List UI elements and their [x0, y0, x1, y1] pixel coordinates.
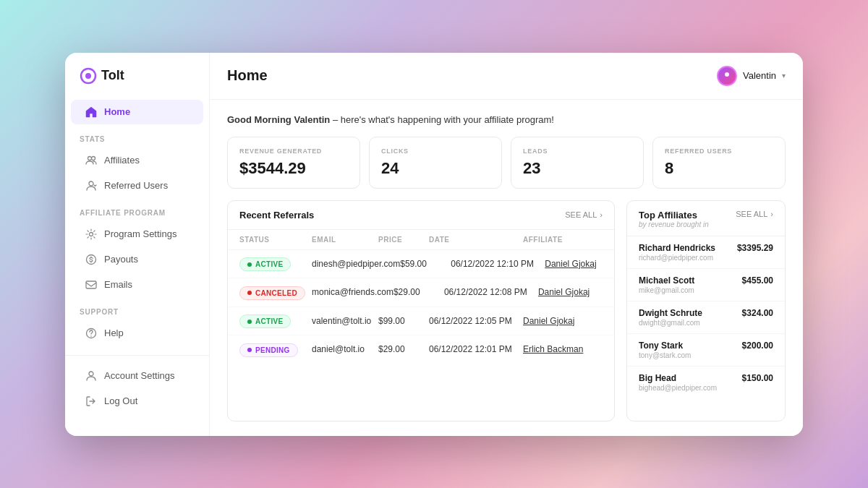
sidebar-item-emails[interactable]: Emails	[71, 273, 203, 297]
svg-point-1	[85, 73, 91, 79]
stats-section-label: Stats	[65, 125, 209, 147]
stat-card-clicks: Clicks 24	[369, 137, 502, 189]
affiliate-name: Tony Stark	[639, 341, 683, 351]
stat-label-clicks: Clicks	[381, 147, 490, 155]
svg-point-5	[90, 232, 93, 236]
list-item: Michael Scott $455.00 mike@gmail.com	[627, 269, 785, 301]
affiliate-amount: $324.00	[742, 308, 773, 318]
sidebar-item-affiliates[interactable]: Affiliates	[71, 148, 203, 173]
avatar	[717, 66, 737, 86]
stat-value-leads: 23	[523, 159, 631, 178]
status-badge: CANCELED	[239, 286, 305, 300]
svg-point-9	[90, 335, 92, 337]
sidebar-bottom: Account Settings Log Out	[65, 355, 209, 421]
table-row: PENDING daniel@tolt.io $29.00 06/12/2022…	[228, 335, 614, 364]
affiliates-title: Top Affiliates	[639, 210, 709, 221]
table-row: ACTIVE dinesh@piedpiper.com $59.00 06/12…	[228, 250, 614, 279]
price-cell: $99.00	[378, 316, 429, 326]
email-cell: valentin@tolt.io	[312, 316, 378, 326]
affiliate-link[interactable]: Erlich Backman	[523, 344, 603, 354]
sidebar-nav: Home Stats Affiliates Referred Users	[65, 99, 209, 355]
greeting-banner: Good Morning Valentin – here's what's ha…	[227, 114, 786, 125]
sidebar-item-account-settings[interactable]: Account Settings	[71, 364, 203, 388]
affiliate-name: Michael Scott	[639, 275, 694, 286]
logo: Tolt	[65, 67, 209, 99]
settings-icon	[85, 228, 97, 240]
help-icon	[85, 328, 97, 339]
affiliate-email: tony@stark.com	[639, 351, 773, 359]
app-window: Tolt Home Stats Affiliates	[65, 53, 803, 436]
account-settings-icon	[85, 370, 97, 382]
sidebar-item-referred-users[interactable]: Referred Users	[71, 174, 203, 198]
stat-value-clicks: 24	[381, 159, 490, 178]
chevron-down-icon: ▾	[782, 72, 786, 80]
affiliate-name: Richard Hendricks	[639, 243, 715, 253]
stat-label-revenue: Revenue Generated	[239, 147, 348, 155]
stat-card-referred: Referred Users 8	[652, 137, 786, 189]
price-cell: $59.00	[400, 259, 451, 269]
affiliate-name: Dwight Schrute	[639, 308, 702, 318]
arrow-right-icon: ›	[600, 210, 603, 219]
support-section-label: Support	[65, 298, 209, 320]
date-cell: 06/12/2022 12:01 PM	[429, 344, 523, 354]
user-menu[interactable]: Valentin ▾	[717, 66, 786, 86]
affiliate-amount: $200.00	[742, 341, 773, 351]
status-badge: ACTIVE	[239, 257, 291, 271]
list-item: Dwight Schrute $324.00 dwight@gmail.com	[627, 301, 785, 334]
referrals-see-all[interactable]: SEE ALL ›	[565, 210, 603, 219]
logout-icon	[85, 395, 97, 407]
affiliate-email: bighead@piedpiper.com	[639, 384, 773, 392]
status-dot	[247, 348, 252, 352]
affiliate-email: richard@piedpiper.com	[639, 254, 773, 262]
sidebar-item-payouts[interactable]: Payouts	[71, 247, 203, 272]
svg-rect-7	[86, 281, 96, 288]
affiliate-link[interactable]: Daniel Gjokaj	[538, 287, 615, 297]
svg-point-3	[92, 156, 95, 160]
sidebar-item-program-settings[interactable]: Program Settings	[71, 222, 203, 247]
status-badge: PENDING	[239, 343, 298, 357]
emails-icon	[85, 279, 97, 291]
svg-point-11	[725, 72, 729, 77]
top-affiliates-panel: Top Affiliates by revenue brought in SEE…	[626, 200, 786, 421]
col-price: Price	[378, 236, 429, 244]
affiliate-link[interactable]: Daniel Gjokaj	[545, 259, 615, 269]
main-body: Good Morning Valentin – here's what's ha…	[210, 100, 803, 436]
list-item: Tony Stark $200.00 tony@stark.com	[627, 334, 785, 367]
list-item: Big Head $150.00 bighead@piedpiper.com	[627, 367, 785, 398]
list-item: Richard Hendricks $3395.29 richard@piedp…	[627, 236, 785, 269]
affiliate-link[interactable]: Daniel Gjokaj	[523, 316, 603, 326]
status-dot	[247, 320, 252, 324]
sidebar-item-home[interactable]: Home	[71, 100, 203, 124]
svg-point-2	[88, 156, 92, 160]
col-email: Email	[312, 236, 378, 244]
sidebar-item-log-out[interactable]: Log Out	[71, 389, 203, 414]
affiliates-see-all[interactable]: SEE ALL ›	[736, 210, 773, 218]
referrals-title: Recent Referrals	[239, 210, 314, 221]
date-cell: 06/12/2022 12:08 PM	[444, 287, 538, 297]
price-cell: $29.00	[378, 344, 429, 354]
stat-value-referred: 8	[665, 159, 773, 178]
affiliate-amount: $150.00	[742, 373, 773, 383]
main-header: Home Valentin ▾	[210, 53, 803, 100]
affiliate-program-section-label: Affiliate Program	[65, 199, 209, 221]
main-content: Home Valentin ▾ Good Morning Valentin – …	[210, 53, 803, 436]
date-cell: 06/12/2022 12:10 PM	[451, 259, 545, 269]
table-row: ACTIVE valentin@tolt.io $99.00 06/12/202…	[228, 307, 614, 336]
email-cell: monica@friends.com	[312, 287, 393, 297]
status-badge: ACTIVE	[239, 314, 291, 328]
col-affiliate: Affiliate	[523, 236, 603, 244]
payouts-icon	[85, 254, 97, 265]
affiliate-email: dwight@gmail.com	[639, 319, 773, 327]
sidebar: Tolt Home Stats Affiliates	[65, 53, 210, 436]
affiliates-panel-header: Top Affiliates by revenue brought in SEE…	[627, 201, 785, 236]
page-title: Home	[227, 67, 268, 84]
affiliate-amount: $3395.29	[737, 243, 773, 253]
svg-point-4	[89, 181, 93, 186]
date-cell: 06/12/2022 12:05 PM	[429, 316, 523, 326]
stat-label-referred: Referred Users	[665, 147, 773, 155]
referred-users-icon	[85, 180, 97, 192]
sidebar-item-help[interactable]: Help	[71, 321, 203, 346]
greeting-text: – here's what's happening with your affi…	[333, 114, 554, 125]
logo-text: Tolt	[101, 68, 124, 83]
bottom-panels: Recent Referrals SEE ALL › Status Email …	[227, 200, 786, 421]
